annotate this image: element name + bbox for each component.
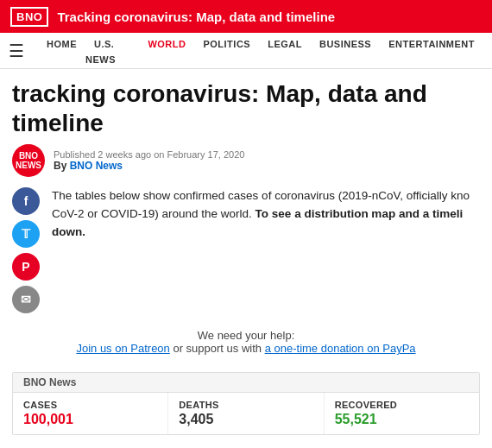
nav-home[interactable]: HOME bbox=[38, 35, 85, 53]
article-highlight: To see a distribution map and a timeli d… bbox=[52, 207, 463, 238]
nav-entertainment[interactable]: ENTERTAINMENT bbox=[380, 35, 483, 53]
deaths-label: DEATHS bbox=[179, 400, 312, 410]
nav-links: HOME U.S. NEWS WORLD POLITICS LEGAL BUSI… bbox=[38, 35, 483, 66]
stats-section: BNO News CASES 100,001 DEATHS 3,405 RECO… bbox=[12, 372, 480, 435]
cases-value: 100,001 bbox=[23, 412, 157, 427]
twitter-share-button[interactable]: 𝕋 bbox=[12, 220, 40, 248]
author-link[interactable]: BNO News bbox=[70, 160, 123, 172]
pinterest-share-button[interactable]: P bbox=[12, 253, 40, 281]
breaking-text: Tracking coronavirus: Map, data and time… bbox=[57, 9, 335, 24]
main-content: tracking coronavirus: Map, data andtimel… bbox=[0, 69, 492, 444]
bno-logo-small: BNO NEWS bbox=[12, 144, 45, 177]
facebook-share-button[interactable]: f bbox=[12, 187, 40, 215]
patreon-link[interactable]: Join us on Patreon bbox=[76, 342, 169, 355]
article-title: tracking coronavirus: Map, data andtimel… bbox=[0, 69, 492, 144]
content-with-social: f 𝕋 P ✉ The tables below show confirmed … bbox=[0, 187, 492, 313]
logo-news: NEWS bbox=[16, 161, 41, 170]
recovered-label: RECOVERED bbox=[335, 400, 469, 410]
donation-section: We need your help: Join us on Patreon or… bbox=[0, 313, 492, 363]
stats-recovered: RECOVERED 55,521 bbox=[325, 393, 479, 434]
cases-label: CASES bbox=[23, 400, 157, 410]
nav-legal[interactable]: LEGAL bbox=[259, 35, 311, 53]
paypal-link[interactable]: a one-time donation on PayPa bbox=[265, 342, 416, 355]
recovered-value: 55,521 bbox=[335, 412, 469, 427]
bno-logo-banner: BNO bbox=[10, 7, 48, 27]
nav-business[interactable]: BUSINESS bbox=[311, 35, 380, 53]
social-sidebar: f 𝕋 P ✉ bbox=[12, 187, 40, 313]
publish-date: Published 2 weeks ago on February 17, 20… bbox=[54, 149, 244, 160]
logo-bno: BNO bbox=[19, 151, 38, 161]
article-paragraph: The tables below show confirmed cases of… bbox=[52, 187, 480, 242]
author-name: By BNO News bbox=[54, 160, 244, 172]
article-body: The tables below show confirmed cases of… bbox=[52, 187, 480, 313]
deaths-value: 3,405 bbox=[179, 412, 312, 427]
navbar: ☰ HOME U.S. NEWS WORLD POLITICS LEGAL BU… bbox=[0, 33, 492, 69]
donation-prompt: We need your help: bbox=[198, 329, 295, 342]
stats-source: BNO News bbox=[13, 373, 479, 393]
hamburger-icon[interactable]: ☰ bbox=[9, 41, 24, 61]
nav-world[interactable]: WORLD bbox=[139, 35, 194, 53]
author-info: Published 2 weeks ago on February 17, 20… bbox=[54, 149, 244, 172]
breaking-banner: BNO Tracking coronavirus: Map, data and … bbox=[0, 0, 492, 33]
donation-middle: or support us with bbox=[170, 342, 265, 355]
email-share-button[interactable]: ✉ bbox=[12, 286, 40, 313]
nav-politics[interactable]: POLITICS bbox=[194, 35, 259, 53]
stats-columns: CASES 100,001 DEATHS 3,405 RECOVERED 55,… bbox=[13, 393, 479, 434]
stats-cases: CASES 100,001 bbox=[13, 393, 168, 434]
stats-deaths: DEATHS 3,405 bbox=[168, 393, 324, 434]
nav-us-news[interactable]: U.S. NEWS bbox=[85, 35, 124, 68]
author-row: BNO NEWS Published 2 weeks ago on Februa… bbox=[0, 144, 492, 187]
